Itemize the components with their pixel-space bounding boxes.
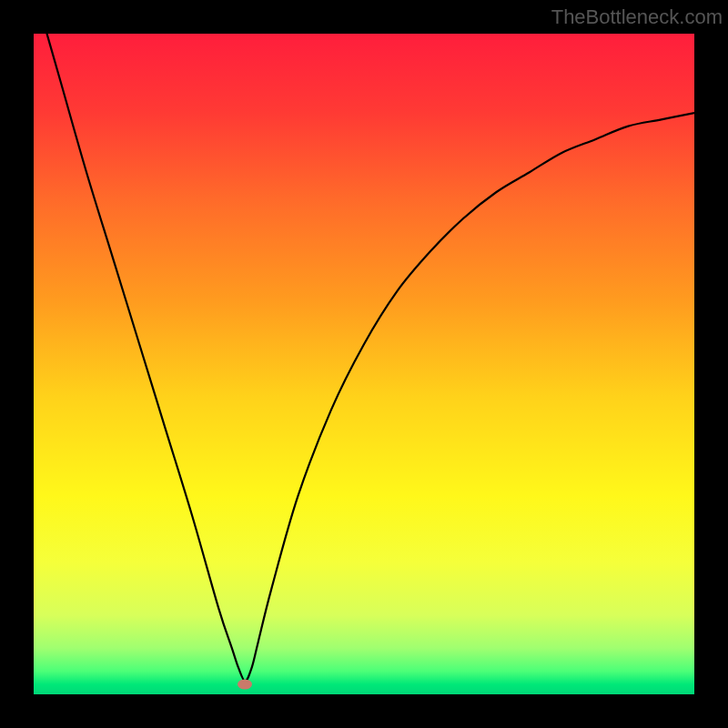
bottleneck-curve [34, 34, 694, 694]
chart-container: TheBottleneck.com [0, 0, 728, 728]
optimum-marker [238, 680, 252, 690]
plot-area [34, 34, 694, 694]
watermark-text: TheBottleneck.com [551, 5, 723, 29]
